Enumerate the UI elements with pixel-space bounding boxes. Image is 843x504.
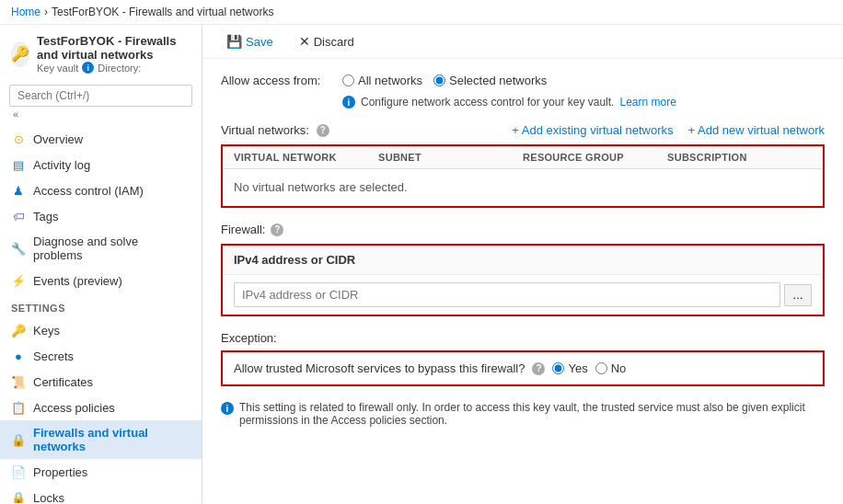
sidebar-item-events[interactable]: ⚡ Events (preview)	[0, 268, 202, 293]
firewalls-icon: 🔒	[11, 432, 26, 447]
info-icon: i	[342, 96, 355, 109]
sidebar-subtitle: Key vault	[37, 63, 78, 74]
virtual-networks-help-icon: ?	[317, 124, 329, 137]
discard-icon: ✕	[299, 34, 310, 49]
breadcrumb-page: TestForBYOK - Firewalls and virtual netw…	[52, 6, 273, 18]
info-text: Configure network access control for you…	[361, 96, 614, 109]
add-existing-link[interactable]: + Add existing virtual networks	[512, 123, 673, 137]
sidebar-item-certificates[interactable]: 📜 Certificates	[0, 369, 202, 395]
exception-radios: Yes No	[552, 361, 626, 375]
discard-button[interactable]: ✕ Discard	[294, 32, 360, 51]
sidebar-item-activity-log[interactable]: ▤ Activity log	[0, 152, 202, 178]
breadcrumb-home[interactable]: Home	[11, 6, 40, 18]
sidebar: 🔑 TestForBYOK - Firewalls and virtual ne…	[0, 25, 202, 503]
no-radio-input[interactable]	[595, 362, 607, 374]
virtual-networks-section: Virtual networks: ? + Add existing virtu…	[221, 123, 825, 208]
exception-info: i This setting is related to firewall on…	[221, 395, 825, 432]
no-label: No	[611, 361, 627, 375]
sidebar-item-secrets[interactable]: ● Secrets	[0, 343, 202, 369]
firewall-section: Firewall: ? IPv4 address or CIDR …	[221, 223, 825, 316]
all-networks-label: All networks	[358, 74, 422, 87]
main-content: 💾 Save ✕ Discard Allow access from: All …	[202, 25, 843, 503]
diagnose-icon: 🔧	[11, 241, 26, 256]
keys-icon: 🔑	[11, 323, 26, 338]
col-subscription: SUBSCRIPTION	[667, 152, 812, 163]
add-new-link[interactable]: + Add new virtual network	[688, 123, 826, 137]
toolbar: 💾 Save ✕ Discard	[202, 25, 843, 59]
sidebar-title: TestForBYOK - Firewalls and virtual netw…	[37, 34, 191, 62]
exception-section: Exception: Allow trusted Microsoft servi…	[221, 331, 825, 432]
no-radio[interactable]: No	[595, 361, 627, 375]
locks-icon: 🔒	[11, 490, 26, 503]
all-networks-radio[interactable]: All networks	[342, 74, 422, 87]
selected-networks-radio[interactable]: Selected networks	[433, 74, 547, 87]
firewall-label-row: Firewall: ?	[221, 223, 825, 236]
exception-label: Exception:	[221, 331, 825, 345]
exception-info-text: This setting is related to firewall only…	[239, 401, 825, 427]
info-row: i Configure network access control for y…	[221, 95, 825, 109]
all-networks-radio-input[interactable]	[342, 74, 354, 86]
yes-label: Yes	[568, 361, 587, 375]
selected-networks-label: Selected networks	[449, 74, 547, 87]
firewall-help-icon: ?	[271, 223, 283, 236]
settings-section-label: Settings	[0, 293, 202, 317]
events-icon: ⚡	[11, 273, 26, 288]
overview-icon: ⊙	[11, 132, 26, 146]
sidebar-item-access-control[interactable]: ♟ Access control (IAM)	[0, 178, 202, 203]
firewall-box: IPv4 address or CIDR …	[221, 244, 825, 316]
directory-label: Directory:	[98, 63, 141, 74]
sidebar-item-firewalls[interactable]: 🔒 Firewalls and virtual networks	[0, 420, 202, 459]
content-area: Allow access from: All networks Selected…	[202, 59, 843, 447]
access-policies-icon: 📋	[11, 400, 26, 415]
sidebar-item-locks[interactable]: 🔒 Locks	[0, 485, 202, 503]
exception-help-icon: ?	[532, 362, 545, 375]
yes-radio[interactable]: Yes	[552, 361, 587, 375]
properties-icon: 📄	[11, 464, 26, 479]
virtual-networks-label-row: Virtual networks: ? + Add existing virtu…	[221, 123, 825, 137]
sidebar-search-container: «	[0, 79, 202, 126]
sidebar-item-tags[interactable]: 🏷 Tags	[0, 203, 202, 229]
sidebar-item-overview[interactable]: ⊙ Overview	[0, 126, 202, 152]
info-icon: i	[82, 62, 94, 74]
secrets-icon: ●	[11, 349, 26, 363]
access-control-icon: ♟	[11, 183, 26, 198]
activity-log-icon: ▤	[11, 157, 26, 172]
sidebar-item-properties[interactable]: 📄 Properties	[0, 459, 202, 485]
sidebar-header: 🔑 TestForBYOK - Firewalls and virtual ne…	[0, 25, 202, 79]
firewall-box-body: …	[223, 275, 823, 315]
search-input[interactable]	[9, 85, 192, 107]
table-body: No virtual networks are selected.	[223, 169, 823, 206]
save-button[interactable]: 💾 Save	[221, 32, 279, 51]
section-actions: + Add existing virtual networks + Add ne…	[512, 123, 825, 137]
col-subnet: SUBNET	[378, 152, 523, 163]
sidebar-item-keys[interactable]: 🔑 Keys	[0, 317, 202, 343]
col-virtual-network: VIRTUAL NETWORK	[234, 152, 378, 163]
yes-radio-input[interactable]	[552, 362, 564, 374]
firewall-input[interactable]	[234, 282, 780, 307]
virtual-networks-table: VIRTUAL NETWORK SUBNET RESOURCE GROUP SU…	[221, 144, 825, 208]
table-empty-message: No virtual networks are selected.	[234, 180, 408, 194]
certificates-icon: 📜	[11, 374, 26, 389]
allow-access-row: Allow access from: All networks Selected…	[221, 74, 825, 87]
breadcrumb: Home › TestForBYOK - Firewalls and virtu…	[0, 0, 843, 25]
sidebar-item-diagnose[interactable]: 🔧 Diagnose and solve problems	[0, 229, 202, 268]
exception-text: Allow trusted Microsoft services to bypa…	[234, 361, 525, 375]
col-resource-group: RESOURCE GROUP	[523, 152, 667, 163]
exception-box: Allow trusted Microsoft services to bypa…	[221, 350, 825, 386]
firewall-label: Firewall:	[221, 223, 265, 236]
selected-networks-radio-input[interactable]	[433, 74, 445, 86]
table-header: VIRTUAL NETWORK SUBNET RESOURCE GROUP SU…	[223, 146, 823, 169]
firewall-column-header: IPv4 address or CIDR	[223, 246, 823, 275]
collapse-button[interactable]: «	[13, 109, 18, 120]
virtual-networks-label: Virtual networks:	[221, 123, 309, 137]
keyvault-icon: 🔑	[11, 41, 29, 67]
save-icon: 💾	[226, 34, 242, 49]
tags-icon: 🏷	[11, 209, 26, 223]
firewall-ellipsis-button[interactable]: …	[784, 284, 812, 306]
learn-more-link[interactable]: Learn more	[619, 96, 676, 109]
exception-info-icon: i	[221, 402, 234, 415]
sidebar-item-access-policies[interactable]: 📋 Access policies	[0, 395, 202, 420]
allow-access-label: Allow access from:	[221, 74, 331, 87]
